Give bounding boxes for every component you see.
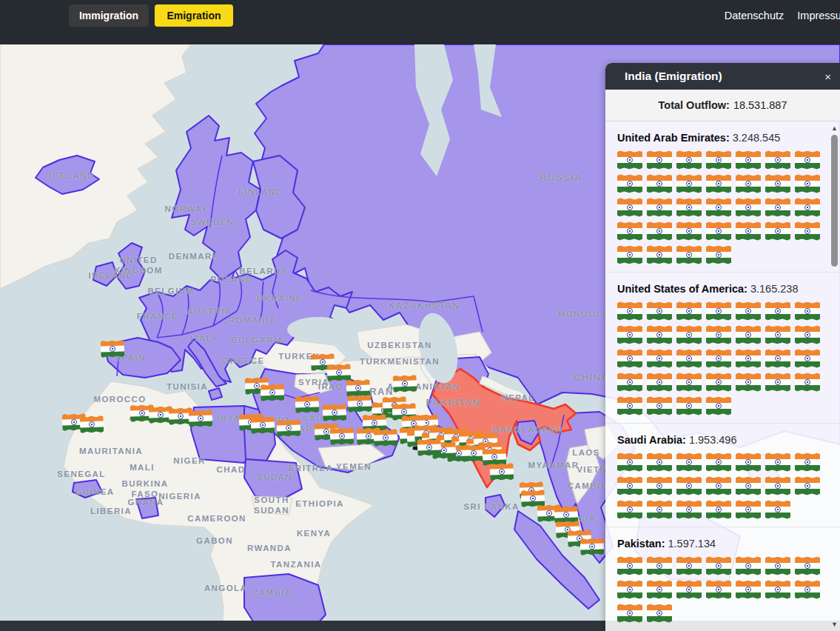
destination-title: United Arab Emirates: 3.248.545 — [617, 132, 822, 144]
india-flag-marker[interactable] — [490, 462, 514, 481]
india-flag-icon — [736, 150, 761, 170]
flag-grid — [617, 150, 822, 264]
country-yemen — [318, 444, 385, 470]
india-flag-marker[interactable] — [483, 447, 507, 466]
india-flag-icon — [676, 150, 702, 170]
india-flag-marker[interactable] — [261, 383, 285, 401]
india-flag-icon — [795, 476, 820, 495]
india-flag-icon — [647, 198, 672, 217]
india-flag-icon — [617, 174, 642, 193]
india-flag-marker[interactable] — [346, 378, 371, 397]
emigration-button[interactable]: Emigration — [155, 4, 233, 27]
immigration-button[interactable]: Immigration — [69, 4, 149, 27]
top-header-bar: Immigration Emigration Datenschutz Impre… — [0, 0, 840, 44]
destination-value: 1.953.496 — [686, 434, 737, 446]
india-flag-icon — [617, 221, 642, 241]
india-flag-icon — [736, 198, 761, 217]
india-flag-marker[interactable] — [417, 438, 442, 456]
country-south-sudan — [252, 496, 292, 515]
india-flag-icon — [617, 556, 642, 575]
india-flag-marker[interactable] — [295, 395, 320, 413]
india-flag-marker[interactable] — [189, 409, 213, 427]
india-flag-icon — [676, 476, 702, 495]
destination-country: Saudi Arabia: — [617, 434, 686, 446]
india-flag-icon — [765, 150, 790, 170]
india-flag-icon — [765, 174, 790, 193]
india-flag-marker[interactable] — [554, 505, 579, 524]
india-flag-marker[interactable] — [277, 418, 301, 437]
total-outflow-value: 18.531.887 — [733, 99, 787, 111]
india-flag-marker[interactable] — [327, 363, 352, 381]
region-scandinavia — [172, 116, 261, 280]
india-flag-icon — [765, 301, 790, 321]
india-flag-marker[interactable] — [80, 415, 104, 433]
india-flag-icon — [736, 580, 761, 599]
india-flag-icon — [736, 453, 761, 472]
india-flag-icon — [765, 373, 790, 392]
india-flag-icon — [706, 476, 731, 495]
india-flag-icon — [706, 396, 731, 415]
panel-scrollbar[interactable]: ▲ ▼ — [830, 121, 839, 631]
total-outflow-label: Total Outflow: — [659, 99, 730, 111]
india-flag-marker[interactable] — [101, 339, 125, 358]
india-flag-icon — [676, 301, 702, 321]
india-flag-icon — [736, 556, 761, 575]
india-flag-icon — [765, 325, 790, 344]
destination-title: Pakistan: 1.597.134 — [617, 538, 822, 550]
india-flag-icon — [617, 198, 642, 217]
panel-title: India (Emigration) — [625, 70, 722, 83]
india-flag-icon — [676, 349, 702, 368]
india-flag-icon — [795, 221, 820, 241]
india-flag-marker[interactable] — [521, 489, 545, 507]
india-flag-icon — [647, 476, 672, 495]
india-flag-icon — [647, 174, 672, 193]
india-flag-marker[interactable] — [374, 428, 398, 447]
scroll-up-icon[interactable]: ▲ — [830, 124, 839, 132]
india-flag-icon — [676, 325, 702, 344]
india-flag-icon — [765, 556, 790, 575]
india-flag-icon — [706, 174, 731, 193]
india-flag-icon — [736, 174, 761, 193]
black-sea — [287, 317, 349, 342]
india-flag-icon — [617, 604, 642, 623]
india-flag-icon — [736, 301, 761, 321]
india-flag-icon — [765, 221, 790, 241]
india-flag-marker[interactable] — [251, 415, 275, 434]
india-flag-icon — [795, 373, 820, 392]
india-flag-icon — [795, 301, 820, 321]
india-flag-icon — [706, 556, 731, 575]
india-flag-icon — [617, 453, 642, 472]
india-flag-icon — [617, 325, 642, 344]
india-flag-marker[interactable] — [348, 394, 372, 413]
panel-scroll-area[interactable]: United Arab Emirates: 3.248.545United St… — [605, 121, 840, 631]
india-flag-icon — [676, 500, 702, 519]
india-flag-marker[interactable] — [393, 374, 417, 393]
india-flag-icon — [795, 580, 820, 599]
india-flag-icon — [765, 349, 790, 368]
link-impressum[interactable]: Impressum — [797, 10, 840, 21]
link-datenschutz[interactable]: Datenschutz — [725, 10, 784, 21]
india-flag-marker[interactable] — [330, 427, 355, 445]
india-flag-icon — [647, 325, 672, 344]
close-icon[interactable]: × — [824, 70, 831, 83]
india-flag-icon — [706, 349, 731, 368]
panel-header: India (Emigration) × — [605, 63, 840, 90]
destination-entry: United Arab Emirates: 3.248.545 — [605, 121, 840, 273]
india-flag-icon — [736, 221, 761, 241]
india-flag-marker[interactable] — [323, 403, 347, 421]
scrollbar-thumb[interactable] — [831, 135, 838, 267]
india-flag-marker[interactable] — [580, 537, 605, 555]
india-flag-icon — [617, 500, 642, 519]
india-flag-icon — [647, 373, 672, 392]
header-links: Datenschutz Impressum — [725, 10, 840, 21]
india-flag-icon — [647, 580, 672, 599]
destination-value: 1.597.134 — [665, 538, 716, 550]
india-flag-icon — [736, 476, 761, 495]
country-united-kingdom — [117, 243, 145, 289]
india-flag-icon — [765, 198, 790, 217]
scroll-down-icon[interactable]: ▼ — [830, 621, 839, 628]
india-flag-icon — [617, 301, 642, 321]
india-flag-icon — [647, 556, 672, 575]
india-flag-icon — [706, 500, 731, 519]
india-flag-icon — [736, 373, 761, 392]
